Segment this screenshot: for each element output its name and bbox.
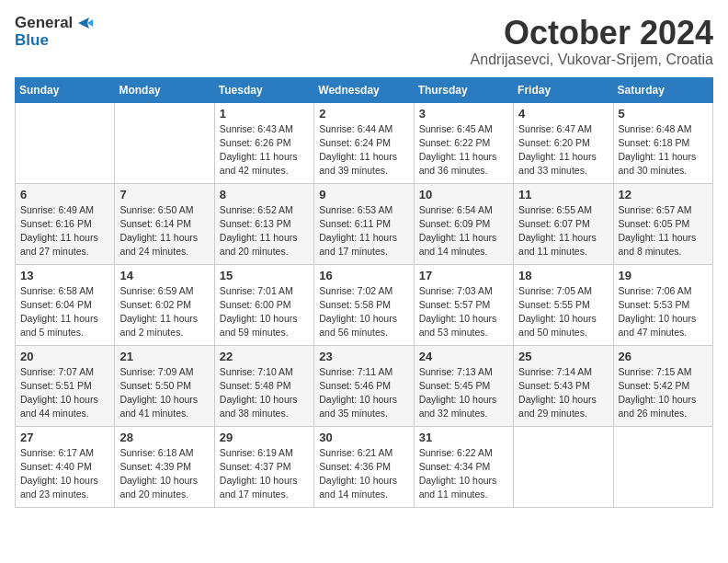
table-row: 31 Sunrise: 6:22 AM Sunset: 4:34 PM Dayl… — [414, 426, 513, 507]
table-row: 29 Sunrise: 6:19 AM Sunset: 4:37 PM Dayl… — [214, 426, 313, 507]
sunset-text: Sunset: 6:09 PM — [419, 218, 491, 229]
daylight-text: Daylight: 10 hours and 29 minutes. — [518, 394, 597, 419]
table-row: 28 Sunrise: 6:18 AM Sunset: 4:39 PM Dayl… — [115, 426, 214, 507]
calendar-week-row: 27 Sunrise: 6:17 AM Sunset: 4:40 PM Dayl… — [16, 426, 713, 507]
sunrise-text: Sunrise: 6:45 AM — [419, 123, 493, 134]
day-number: 26 — [619, 350, 708, 363]
calendar-week-row: 13 Sunrise: 6:58 AM Sunset: 6:04 PM Dayl… — [16, 264, 713, 345]
table-row — [613, 426, 712, 507]
sunrise-text: Sunrise: 7:02 AM — [319, 285, 392, 296]
daylight-text: Daylight: 11 hours and 39 minutes. — [319, 151, 397, 176]
daylight-text: Daylight: 10 hours and 35 minutes. — [319, 394, 397, 419]
sunrise-text: Sunrise: 7:09 AM — [119, 366, 193, 377]
sunrise-text: Sunrise: 6:43 AM — [220, 123, 293, 134]
daylight-text: Daylight: 10 hours and 41 minutes. — [119, 394, 198, 419]
daylight-text: Daylight: 11 hours and 33 minutes. — [518, 151, 597, 176]
sunrise-text: Sunrise: 6:58 AM — [20, 285, 94, 296]
sunset-text: Sunset: 6:26 PM — [220, 137, 291, 148]
table-row — [514, 426, 613, 507]
sunrise-text: Sunrise: 6:19 AM — [220, 447, 293, 458]
table-row: 6 Sunrise: 6:49 AM Sunset: 6:16 PM Dayli… — [16, 183, 115, 264]
day-number: 22 — [220, 350, 309, 363]
sunrise-text: Sunrise: 7:15 AM — [619, 366, 692, 377]
day-number: 15 — [220, 269, 309, 282]
day-number: 24 — [419, 350, 508, 363]
sunset-text: Sunset: 5:42 PM — [619, 380, 690, 391]
day-number: 25 — [518, 350, 608, 363]
sunset-text: Sunset: 5:50 PM — [119, 380, 191, 391]
day-number: 3 — [419, 107, 508, 121]
table-row: 20 Sunrise: 7:07 AM Sunset: 5:51 PM Dayl… — [16, 345, 115, 426]
daylight-text: Daylight: 10 hours and 59 minutes. — [220, 313, 298, 338]
sunset-text: Sunset: 4:40 PM — [20, 461, 92, 472]
daylight-text: Daylight: 11 hours and 14 minutes. — [419, 232, 497, 257]
col-tuesday: Tuesday — [214, 77, 313, 102]
daylight-text: Daylight: 11 hours and 24 minutes. — [119, 232, 198, 257]
sunset-text: Sunset: 6:04 PM — [20, 299, 92, 310]
sunrise-text: Sunrise: 7:14 AM — [518, 366, 592, 377]
sunrise-text: Sunrise: 7:07 AM — [20, 366, 94, 377]
sunrise-text: Sunrise: 6:22 AM — [419, 447, 493, 458]
sunset-text: Sunset: 5:46 PM — [319, 380, 391, 391]
sunrise-text: Sunrise: 6:21 AM — [319, 447, 392, 458]
sunset-text: Sunset: 5:48 PM — [220, 380, 291, 391]
sunset-text: Sunset: 6:18 PM — [619, 137, 690, 148]
table-row: 21 Sunrise: 7:09 AM Sunset: 5:50 PM Dayl… — [115, 345, 214, 426]
table-row: 11 Sunrise: 6:55 AM Sunset: 6:07 PM Dayl… — [514, 183, 613, 264]
daylight-text: Daylight: 10 hours and 20 minutes. — [119, 475, 198, 500]
daylight-text: Daylight: 10 hours and 32 minutes. — [419, 394, 497, 419]
day-number: 29 — [220, 431, 309, 444]
daylight-text: Daylight: 10 hours and 14 minutes. — [319, 475, 397, 500]
table-row: 1 Sunrise: 6:43 AM Sunset: 6:26 PM Dayli… — [214, 102, 313, 183]
sunrise-text: Sunrise: 6:57 AM — [619, 204, 692, 215]
sunrise-text: Sunrise: 6:44 AM — [319, 123, 392, 134]
sunset-text: Sunset: 5:51 PM — [20, 380, 92, 391]
day-number: 5 — [619, 107, 708, 121]
sunrise-text: Sunrise: 7:06 AM — [619, 285, 692, 296]
day-number: 19 — [619, 269, 708, 282]
table-row — [115, 102, 214, 183]
table-row: 13 Sunrise: 6:58 AM Sunset: 6:04 PM Dayl… — [16, 264, 115, 345]
sunrise-text: Sunrise: 7:13 AM — [419, 366, 493, 377]
sunset-text: Sunset: 6:16 PM — [20, 218, 92, 229]
sunset-text: Sunset: 4:36 PM — [319, 461, 391, 472]
table-row: 26 Sunrise: 7:15 AM Sunset: 5:42 PM Dayl… — [613, 345, 712, 426]
day-number: 16 — [319, 269, 408, 282]
table-row: 5 Sunrise: 6:48 AM Sunset: 6:18 PM Dayli… — [613, 102, 712, 183]
sunset-text: Sunset: 6:13 PM — [220, 218, 291, 229]
sunrise-text: Sunrise: 6:47 AM — [518, 123, 592, 134]
calendar-table: Sunday Monday Tuesday Wednesday Thursday… — [15, 77, 713, 508]
sunrise-text: Sunrise: 7:01 AM — [220, 285, 293, 296]
daylight-text: Daylight: 11 hours and 42 minutes. — [220, 151, 298, 176]
logo-bird-icon — [74, 16, 93, 30]
table-row: 4 Sunrise: 6:47 AM Sunset: 6:20 PM Dayli… — [514, 102, 613, 183]
sunset-text: Sunset: 6:14 PM — [119, 218, 191, 229]
sunrise-text: Sunrise: 6:54 AM — [419, 204, 493, 215]
calendar-week-row: 6 Sunrise: 6:49 AM Sunset: 6:16 PM Dayli… — [16, 183, 713, 264]
daylight-text: Daylight: 11 hours and 27 minutes. — [20, 232, 98, 257]
day-number: 14 — [119, 269, 209, 282]
daylight-text: Daylight: 11 hours and 8 minutes. — [619, 232, 697, 257]
col-wednesday: Wednesday — [314, 77, 414, 102]
table-row: 19 Sunrise: 7:06 AM Sunset: 5:53 PM Dayl… — [613, 264, 712, 345]
sunrise-text: Sunrise: 7:03 AM — [419, 285, 493, 296]
title-area: October 2024 Andrijasevci, Vukovar-Srije… — [471, 15, 713, 68]
sunrise-text: Sunrise: 6:48 AM — [619, 123, 692, 134]
calendar-week-row: 1 Sunrise: 6:43 AM Sunset: 6:26 PM Dayli… — [16, 102, 713, 183]
sunrise-text: Sunrise: 6:49 AM — [20, 204, 94, 215]
sunrise-text: Sunrise: 6:59 AM — [119, 285, 193, 296]
daylight-text: Daylight: 10 hours and 23 minutes. — [20, 475, 98, 500]
day-number: 18 — [518, 269, 608, 282]
table-row: 17 Sunrise: 7:03 AM Sunset: 5:57 PM Dayl… — [414, 264, 513, 345]
daylight-text: Daylight: 10 hours and 44 minutes. — [20, 394, 98, 419]
sunset-text: Sunset: 6:22 PM — [419, 137, 491, 148]
sunset-text: Sunset: 5:55 PM — [518, 299, 590, 310]
daylight-text: Daylight: 10 hours and 53 minutes. — [419, 313, 497, 338]
table-row: 18 Sunrise: 7:05 AM Sunset: 5:55 PM Dayl… — [514, 264, 613, 345]
table-row: 8 Sunrise: 6:52 AM Sunset: 6:13 PM Dayli… — [214, 183, 313, 264]
sunset-text: Sunset: 6:11 PM — [319, 218, 391, 229]
sunset-text: Sunset: 4:37 PM — [220, 461, 291, 472]
sunset-text: Sunset: 5:43 PM — [518, 380, 590, 391]
table-row — [16, 102, 115, 183]
logo: General Blue — [15, 15, 93, 49]
